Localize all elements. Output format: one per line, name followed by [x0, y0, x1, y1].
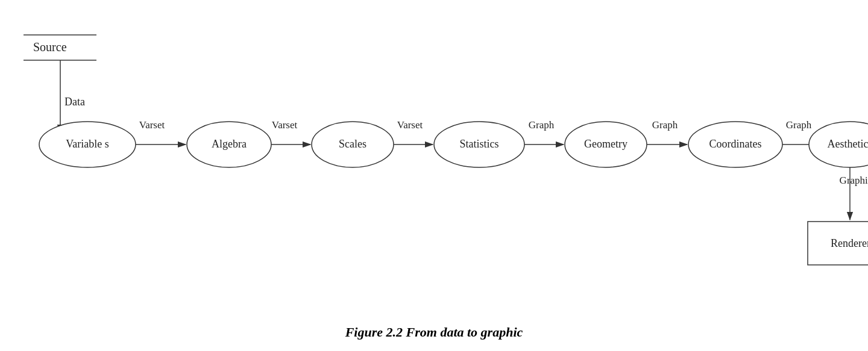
graph-label-1: Graph [529, 119, 555, 131]
graphic-label: Graphic [840, 175, 868, 186]
diagram-container: Source Data Variable s Varset Algebra Va… [0, 12, 868, 295]
figure-number: Figure 2.2 [345, 325, 403, 340]
figure-text: From data to graphic [406, 325, 523, 340]
geometry-label: Geometry [584, 138, 627, 150]
scales-label: Scales [339, 138, 366, 150]
data-label: Data [64, 96, 85, 108]
variables-label: Variable s [66, 138, 108, 150]
figure-caption: Figure 2.2 From data to graphic [0, 325, 868, 340]
varset-label-2: Varset [272, 119, 298, 131]
algebra-label: Algebra [212, 138, 247, 150]
aesthetics-label: Aesthetics [828, 138, 868, 150]
source-label: Source [33, 40, 67, 54]
varset-label-3: Varset [397, 119, 423, 131]
graph-label-3: Graph [786, 119, 812, 131]
varset-label-1: Varset [139, 119, 165, 131]
coordinates-label: Coordinates [709, 138, 762, 150]
renderer-label: Renderer [831, 237, 868, 249]
graph-label-2: Graph [652, 119, 678, 131]
statistics-label: Statistics [459, 138, 498, 150]
